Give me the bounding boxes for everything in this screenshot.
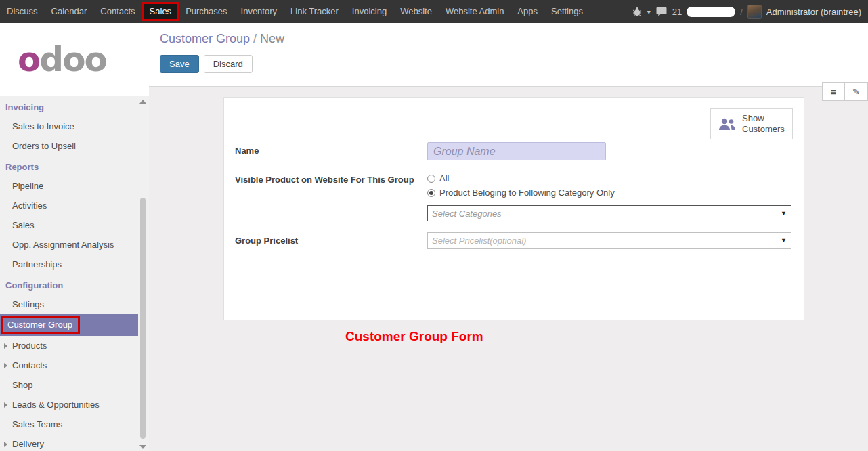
save-button[interactable]: Save — [160, 55, 199, 73]
sidebar-item-orders-to-upsell[interactable]: Orders to Upsell — [0, 136, 149, 156]
sidebar-item-opp-assignment-analysis[interactable]: Opp. Assignment Analysis — [0, 235, 149, 255]
dropdown-caret-icon: ▼ — [781, 237, 787, 244]
annotation-caption: Customer Group Form — [345, 329, 483, 344]
sidebar-section-invoicing: Invoicing — [0, 96, 149, 116]
name-field-row: Name — [235, 142, 790, 160]
odoo-logo: odoo — [18, 40, 106, 79]
edit-form-icon: ✎ — [852, 87, 860, 96]
sidebar-item-sales-teams[interactable]: Sales Teams — [0, 414, 149, 434]
sidebar-item-customer-group[interactable]: Customer Group — [0, 314, 138, 336]
nav-item-link-tracker[interactable]: Link Tracker — [284, 0, 345, 23]
customer-group-annotation-box: Customer Group — [1, 316, 80, 334]
sidebar-item-leads-opportunities[interactable]: Leads & Opportunities — [0, 395, 149, 414]
breadcrumb-new: New — [260, 32, 284, 45]
nav-item-inventory[interactable]: Inventory — [234, 0, 284, 23]
nav-item-website-admin[interactable]: Website Admin — [439, 0, 511, 23]
customer-group-form: Show Customers Name Visible Product on W… — [223, 97, 804, 320]
expand-arrow-icon — [4, 402, 7, 408]
user-menu[interactable]: Administrator (braintree) — [766, 7, 861, 17]
logo-area: odoo — [0, 23, 149, 96]
dropdown-caret-icon: ▼ — [781, 210, 787, 217]
nav-item-sales[interactable]: Sales — [142, 2, 179, 21]
chevron-down-icon[interactable]: ▾ — [647, 8, 651, 16]
nav-item-contacts[interactable]: Contacts — [93, 0, 142, 23]
radio-category-only[interactable]: Product Beloging to Following Category O… — [427, 186, 791, 200]
sidebar-item-delivery[interactable]: Delivery — [0, 434, 149, 451]
sidebar-item-sales-to-invoice[interactable]: Sales to Invoice — [0, 116, 149, 136]
sidebar-item-sales[interactable]: Sales — [0, 215, 149, 235]
main-panel: Customer Group/New Save Discard ≡ ✎ — [149, 23, 868, 451]
breadcrumb: Customer Group/New — [160, 23, 868, 46]
nav-item-calendar[interactable]: Calendar — [45, 0, 94, 23]
expand-arrow-icon — [4, 343, 7, 349]
sidebar-item-settings[interactable]: Settings — [0, 295, 149, 314]
expand-arrow-icon — [4, 442, 7, 447]
topbar-right-tools: ▾ 21 / Administrator (braintree) — [632, 5, 868, 19]
content-area: Show Customers Name Visible Product on W… — [149, 87, 868, 451]
breadcrumb-separator: / — [253, 32, 257, 45]
top-navbar: Discuss Calendar Contacts Sales Purchase… — [0, 0, 868, 23]
bug-icon[interactable] — [632, 7, 643, 16]
messages-icon[interactable] — [655, 7, 668, 17]
group-pricelist-label: Group Pricelist — [235, 232, 427, 249]
breadcrumb-customer-group[interactable]: Customer Group — [160, 32, 250, 45]
categories-select[interactable]: Select Categories ▼ — [427, 205, 791, 221]
scrollbar-thumb[interactable] — [140, 198, 146, 439]
sidebar-item-pipeline[interactable]: Pipeline — [0, 176, 149, 196]
pricelist-row: Group Pricelist Select Pricelist(optiona… — [235, 232, 790, 249]
sidebar: odoo Invoicing Sales to Invoice Orders t… — [0, 23, 149, 451]
form-view-button[interactable]: ✎ — [845, 82, 868, 101]
expand-arrow-icon — [4, 363, 7, 368]
name-label: Name — [235, 142, 427, 160]
discard-button[interactable]: Discard — [204, 55, 253, 73]
list-icon: ≡ — [831, 87, 837, 97]
nav-item-invoicing[interactable]: Invoicing — [345, 0, 393, 23]
sidebar-item-shop[interactable]: Shop — [0, 375, 149, 395]
nav-item-discuss[interactable]: Discuss — [0, 0, 45, 23]
nav-item-purchases[interactable]: Purchases — [179, 0, 234, 23]
user-avatar[interactable] — [747, 5, 762, 19]
app-window: Discuss Calendar Contacts Sales Purchase… — [0, 0, 868, 451]
nav-item-apps[interactable]: Apps — [511, 0, 544, 23]
view-switcher: ≡ ✎ — [822, 82, 868, 101]
sidebar-section-configuration: Configuration — [0, 274, 149, 295]
status-pill[interactable] — [687, 7, 735, 17]
sidebar-item-activities[interactable]: Activities — [0, 196, 149, 215]
messages-count[interactable]: 21 — [672, 7, 682, 17]
list-view-button[interactable]: ≡ — [822, 82, 845, 101]
sidebar-item-products[interactable]: Products — [0, 336, 149, 356]
customers-icon — [718, 117, 736, 131]
pricelist-select[interactable]: Select Pricelist(optional) ▼ — [427, 232, 791, 249]
control-panel: Customer Group/New Save Discard ≡ ✎ — [149, 23, 868, 87]
visible-product-row: Visible Product on Website For This Grou… — [235, 171, 790, 221]
radio-all-icon[interactable] — [427, 175, 435, 183]
show-customers-label: Show Customers — [742, 113, 785, 135]
nav-item-website[interactable]: Website — [393, 0, 439, 23]
scrollbar-down-arrow[interactable] — [139, 445, 146, 449]
visible-product-label: Visible Product on Website For This Grou… — [235, 171, 427, 221]
sidebar-item-contacts[interactable]: Contacts — [0, 356, 149, 375]
show-customers-button[interactable]: Show Customers — [710, 108, 793, 139]
nav-item-settings[interactable]: Settings — [544, 0, 590, 23]
sidebar-scrollbar[interactable] — [139, 98, 146, 451]
sidebar-item-partnerships[interactable]: Partnerships — [0, 255, 149, 274]
radio-category-icon[interactable] — [427, 189, 435, 197]
action-buttons: Save Discard — [160, 55, 868, 73]
scrollbar-up-arrow[interactable] — [139, 100, 146, 104]
sidebar-section-reports: Reports — [0, 156, 149, 176]
radio-all[interactable]: All — [427, 171, 791, 186]
group-name-input[interactable] — [427, 142, 606, 160]
